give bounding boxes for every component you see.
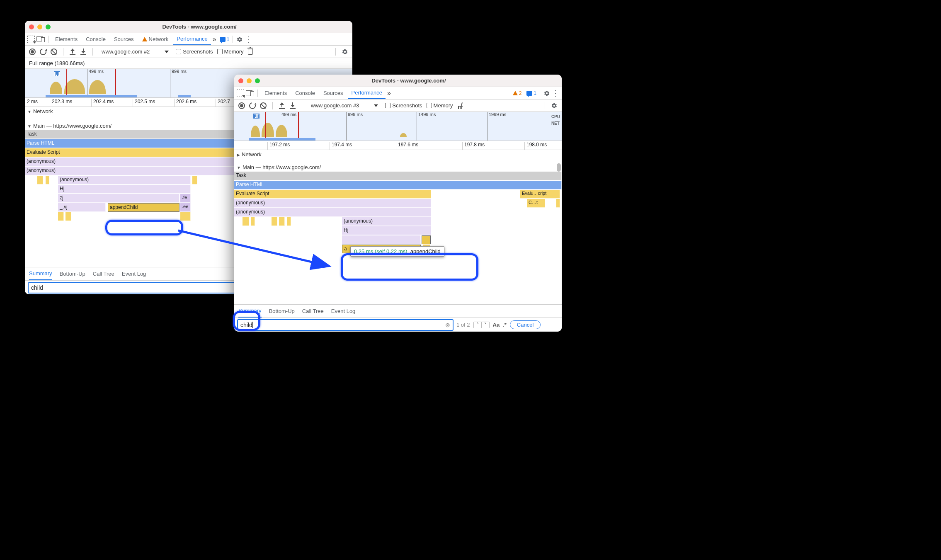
tab-performance[interactable]: Performance [348,87,386,99]
messages-badge[interactable]: 1 [526,90,536,96]
flame-chunk[interactable] [58,212,64,221]
capture-settings-icon[interactable] [342,48,348,55]
reload-button[interactable] [248,101,257,110]
maximize-button[interactable] [46,24,51,29]
tab-sources[interactable]: Sources [111,33,137,45]
flame-match[interactable] [422,235,431,244]
flame-chunk[interactable] [556,199,560,208]
more-tabs-icon[interactable]: » [213,36,216,43]
capture-settings-icon[interactable] [551,102,558,109]
flame-label: C…t [529,200,538,205]
time-ruler[interactable]: 197.2 ms 197.4 ms 197.6 ms 197.8 ms 198.… [234,141,562,150]
tab-performance[interactable]: Performance [173,33,211,45]
flame-task[interactable]: Task [234,172,562,180]
flame-anonymous[interactable]: (anonymous) [234,208,431,217]
flame-anonymous[interactable]: (anonymous) [342,217,431,226]
tab-elements[interactable]: Elements [261,87,290,99]
record-button[interactable] [238,102,245,109]
flame-ee[interactable]: .ee [180,203,191,212]
maximize-button[interactable] [255,78,260,83]
settings-gear-icon[interactable] [236,36,243,43]
tab-console[interactable]: Console [292,87,318,99]
flame-anonymous[interactable]: (anonymous) [234,199,431,208]
settings-gear-icon[interactable] [543,90,550,97]
search-next[interactable]: ˅ [481,322,489,328]
regex-toggle[interactable]: .* [503,322,507,328]
tab-summary[interactable]: Summary [238,305,262,318]
flame-chunk[interactable] [65,212,71,221]
collect-garbage-icon[interactable] [457,102,464,109]
flame-fe[interactable]: .fe [180,194,191,203]
kebab-menu-icon[interactable]: ⋮ [245,35,252,44]
download-icon[interactable] [289,102,296,109]
tab-call-tree[interactable]: Call Tree [93,267,114,280]
tab-console[interactable]: Console [82,33,109,45]
warnings-badge[interactable]: 2 [513,90,522,96]
screenshots-checkbox[interactable]: Screenshots [176,48,213,55]
profile-select[interactable]: www.google.com #2 [99,48,172,55]
messages-badge[interactable]: 1 [220,36,230,42]
match-case-toggle[interactable]: Aa [493,322,500,328]
flame-zj[interactable]: zj [58,194,179,203]
clear-search-icon[interactable]: ⊗ [445,322,450,328]
clear-button[interactable] [260,102,267,109]
reload-button[interactable] [39,47,48,56]
close-button[interactable] [29,24,34,29]
flame-hj[interactable]: Hj [342,226,431,235]
flame-chunk[interactable] [180,212,191,221]
flame-row[interactable] [342,235,421,244]
flame-chunk[interactable] [192,176,197,184]
flame-vj[interactable]: _.vj [58,203,106,212]
tab-sources[interactable]: Sources [320,87,347,99]
minimize-button[interactable] [247,78,252,83]
flame-anonymous[interactable]: (anonymous) [58,176,191,184]
device-toggle-icon[interactable] [246,90,254,96]
tab-summary[interactable]: Summary [29,267,52,280]
delete-profile-icon[interactable] [248,49,253,55]
flame-evaluate-script[interactable]: Evaluate Script [234,190,431,199]
flame-chunk[interactable] [279,217,285,226]
tab-network[interactable]: Network [139,33,172,45]
tab-bottom-up[interactable]: Bottom-Up [269,305,295,318]
tab-call-tree[interactable]: Call Tree [302,305,324,318]
tab-elements[interactable]: Elements [52,33,81,45]
scrollbar[interactable] [557,163,561,172]
flame-parse-html[interactable]: Parse HTML [234,181,562,189]
more-tabs-icon[interactable]: » [387,90,391,97]
tab-event-log[interactable]: Event Log [331,305,356,318]
flame-hj[interactable]: Hj [58,185,191,194]
download-icon[interactable] [80,48,87,55]
flame-chunk[interactable] [272,217,277,226]
flame-appendchild[interactable]: appendChild [108,203,179,212]
close-button[interactable] [238,78,243,83]
flame-chunk[interactable] [251,217,255,226]
clear-button[interactable] [51,48,57,55]
screenshots-checkbox[interactable]: Screenshots [385,102,422,109]
flame-chunk[interactable] [243,217,249,226]
upload-icon[interactable] [69,48,76,55]
flame-chart[interactable]: Network Main — https://www.google.com/ T… [234,150,562,304]
search-input[interactable]: child ⊗ [238,320,453,330]
search-prev[interactable]: ˄ [474,322,481,328]
minimize-button[interactable] [37,24,42,29]
cancel-button[interactable]: Cancel [510,320,541,329]
upload-icon[interactable] [279,102,285,109]
device-toggle-icon[interactable] [36,36,45,42]
memory-checkbox[interactable]: Memory [427,102,453,109]
flame-ct[interactable]: C…t [527,199,545,208]
main-track-header[interactable]: Main — https://www.google.com/ [234,163,562,172]
network-track-header[interactable]: Network [234,150,562,159]
overview-strip[interactable]: 499 ms 999 ms 1499 ms 1999 ms CPU NET [234,112,562,141]
profile-select[interactable]: www.google.com #3 [308,102,381,109]
kebab-menu-icon[interactable]: ⋮ [552,89,559,98]
flame-chunk[interactable] [37,176,43,184]
flame-chunk[interactable] [287,217,291,226]
inspect-icon[interactable] [27,36,35,43]
memory-checkbox[interactable]: Memory [217,48,244,55]
tab-bottom-up[interactable]: Bottom-Up [60,267,85,280]
tab-event-log[interactable]: Event Log [122,267,146,280]
record-button[interactable] [29,48,36,55]
inspect-icon[interactable] [237,90,244,97]
flame-evaluate-script-short[interactable]: Evalu…cript [520,190,560,199]
flame-chunk[interactable] [46,176,49,184]
